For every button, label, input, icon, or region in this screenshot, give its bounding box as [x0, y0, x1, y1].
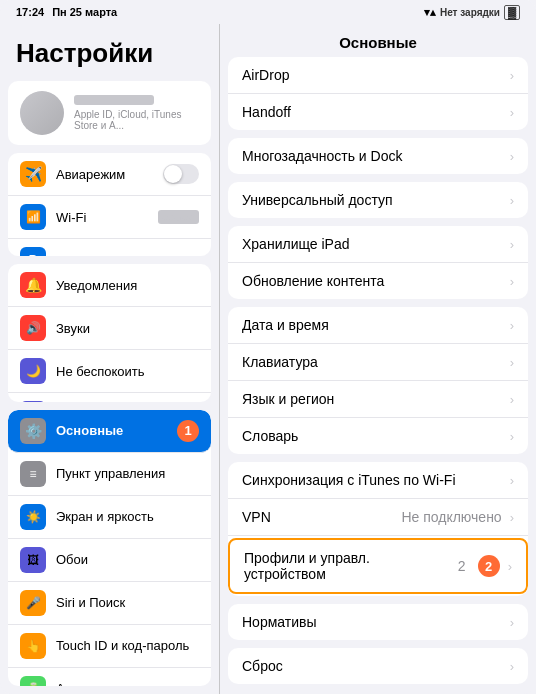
time: 17:24: [16, 6, 44, 18]
handoff-chevron: ›: [510, 105, 514, 120]
content-area: Основные AirDrop › Handoff › Многозадачн…: [220, 24, 536, 694]
sidebar-item-controlcenter[interactable]: ≡ Пункт управления: [8, 453, 211, 496]
badge-1: 1: [177, 420, 199, 442]
storage-label: Хранилище iPad: [242, 236, 502, 252]
content-item-profiles[interactable]: Профили и управл. устройством 2 2 ›: [228, 538, 528, 594]
battery-icon-sidebar: 🔋: [20, 676, 46, 686]
day: Пн 25 марта: [52, 6, 117, 18]
sidebar-item-siri[interactable]: 🎤 Siri и Поиск: [8, 582, 211, 625]
content-group-reset: Сброс ›: [228, 648, 528, 684]
sidebar-item-display[interactable]: ☀️ Экран и яркость: [8, 496, 211, 539]
content-item-language[interactable]: Язык и регион ›: [228, 381, 528, 418]
vpn-value: Не подключено: [401, 509, 501, 525]
content-item-handoff[interactable]: Handoff ›: [228, 94, 528, 130]
main-layout: Настройки Apple ID, iCloud, iTunes Store…: [0, 24, 536, 694]
ituneswifi-chevron: ›: [510, 473, 514, 488]
dictionary-chevron: ›: [510, 429, 514, 444]
airplane-icon: ✈️: [20, 161, 46, 187]
content-title: Основные: [220, 24, 536, 57]
siri-label: Siri и Поиск: [56, 595, 199, 610]
airplane-toggle[interactable]: [163, 164, 199, 184]
content-item-keyboard[interactable]: Клавиатура ›: [228, 344, 528, 381]
content-item-airdrop[interactable]: AirDrop ›: [228, 57, 528, 94]
bluetooth-label: Bluetooth: [56, 253, 163, 257]
ituneswifi-label: Синхронизация с iTunes по Wi-Fi: [242, 472, 502, 488]
sidebar-item-airplane[interactable]: ✈️ Авиарежим: [8, 153, 211, 196]
multitasking-chevron: ›: [510, 149, 514, 164]
content-item-reset[interactable]: Сброс ›: [228, 648, 528, 684]
badge-2: 2: [478, 555, 500, 577]
display-label: Экран и яркость: [56, 509, 199, 524]
profiles-label: Профили и управл. устройством: [244, 550, 452, 582]
sounds-label: Звуки: [56, 321, 199, 336]
controlcenter-label: Пункт управления: [56, 466, 199, 481]
controlcenter-icon: ≡: [20, 461, 46, 487]
datetime-chevron: ›: [510, 318, 514, 333]
general-icon: ⚙️: [20, 418, 46, 444]
airplane-label: Авиарежим: [56, 167, 153, 182]
wallpaper-icon: 🖼: [20, 547, 46, 573]
sidebar-item-bluetooth[interactable]: B Bluetooth Вкл.: [8, 239, 211, 256]
content-item-regulatory[interactable]: Нормативы ›: [228, 604, 528, 640]
status-left: 17:24 Пн 25 марта: [16, 6, 117, 18]
profile-sub: Apple ID, iCloud, iTunes Store и А...: [74, 109, 199, 131]
battery-label: Аккумулятор: [56, 681, 199, 686]
siri-icon: 🎤: [20, 590, 46, 616]
notifications-icon: 🔔: [20, 272, 46, 298]
sidebar-item-notifications[interactable]: 🔔 Уведомления: [8, 264, 211, 307]
sidebar-item-touchid[interactable]: 👆 Touch ID и код-пароль: [8, 625, 211, 668]
vpn-chevron: ›: [510, 510, 514, 525]
wifi-icon: 📶: [20, 204, 46, 230]
content-item-bgrefresh[interactable]: Обновление контента ›: [228, 263, 528, 299]
content-group-airdrop: AirDrop › Handoff ›: [228, 57, 528, 130]
vpn-label: VPN: [242, 509, 395, 525]
content-group-locale: Дата и время › Клавиатура › Язык и регио…: [228, 307, 528, 454]
content-item-ituneswifi[interactable]: Синхронизация с iTunes по Wi-Fi ›: [228, 462, 528, 499]
battery-icon: ▓: [504, 5, 520, 20]
wifi-label: Wi-Fi: [56, 210, 148, 225]
battery-status: Нет зарядки: [440, 7, 500, 18]
content-item-dictionary[interactable]: Словарь ›: [228, 418, 528, 454]
sidebar-group-notifications: 🔔 Уведомления 🔊 Звуки 🌙 Не беспокоить ⏱ …: [8, 264, 211, 402]
regulatory-label: Нормативы: [242, 614, 502, 630]
content-item-storage[interactable]: Хранилище iPad ›: [228, 226, 528, 263]
touchid-label: Touch ID и код-пароль: [56, 638, 199, 653]
accessibility-label: Универсальный доступ: [242, 192, 502, 208]
reset-label: Сброс: [242, 658, 502, 674]
device-frame: 17:24 Пн 25 марта ▾▴ Нет зарядки ▓ Настр…: [0, 0, 536, 694]
sidebar-item-screentime[interactable]: ⏱ Экранное время: [8, 393, 211, 402]
datetime-label: Дата и время: [242, 317, 502, 333]
bgrefresh-chevron: ›: [510, 274, 514, 289]
sidebar-item-wifi[interactable]: 📶 Wi-Fi ●●●●●: [8, 196, 211, 239]
dnd-icon: 🌙: [20, 358, 46, 384]
language-label: Язык и регион: [242, 391, 502, 407]
reset-chevron: ›: [510, 659, 514, 674]
sidebar-item-general[interactable]: ⚙️ Основные 1: [8, 410, 211, 453]
screentime-icon: ⏱: [20, 401, 46, 402]
content-item-multitasking[interactable]: Многозадачность и Dock ›: [228, 138, 528, 174]
keyboard-label: Клавиатура: [242, 354, 502, 370]
sidebar-item-wallpaper[interactable]: 🖼 Обои: [8, 539, 211, 582]
status-bar: 17:24 Пн 25 марта ▾▴ Нет зарядки ▓: [0, 0, 536, 24]
avatar: [20, 91, 64, 135]
keyboard-chevron: ›: [510, 355, 514, 370]
sidebar-item-dnd[interactable]: 🌙 Не беспокоить: [8, 350, 211, 393]
profiles-chevron: ›: [508, 559, 512, 574]
wifi-value: ●●●●●: [158, 210, 199, 224]
content-item-accessibility[interactable]: Универсальный доступ ›: [228, 182, 528, 218]
sidebar-title: Настройки: [0, 24, 219, 77]
display-icon: ☀️: [20, 504, 46, 530]
wifi-icon: ▾▴: [424, 6, 436, 19]
sidebar-item-battery[interactable]: 🔋 Аккумулятор: [8, 668, 211, 686]
general-label: Основные: [56, 423, 167, 438]
language-chevron: ›: [510, 392, 514, 407]
content-item-datetime[interactable]: Дата и время ›: [228, 307, 528, 344]
profile-section[interactable]: Apple ID, iCloud, iTunes Store и А...: [8, 81, 211, 145]
content-item-vpn[interactable]: VPN Не подключено ›: [228, 499, 528, 536]
bluetooth-icon: B: [20, 247, 46, 256]
sidebar-item-sounds[interactable]: 🔊 Звуки: [8, 307, 211, 350]
sidebar-group-general: ⚙️ Основные 1 ≡ Пункт управления ☀️ Экра…: [8, 410, 211, 686]
airdrop-label: AirDrop: [242, 67, 502, 83]
profile-text: Apple ID, iCloud, iTunes Store и А...: [74, 95, 199, 131]
touchid-icon: 👆: [20, 633, 46, 659]
